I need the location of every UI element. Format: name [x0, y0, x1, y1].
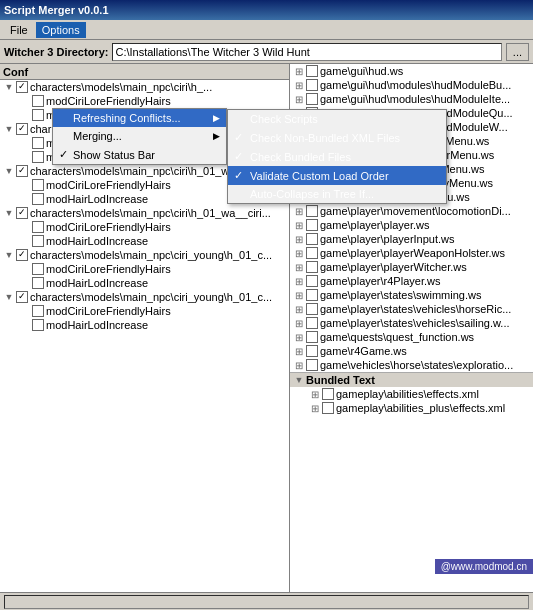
submenu-item-validate-custom[interactable]: ✓Validate Custom Load Order: [228, 166, 446, 185]
tree-expander-icon[interactable]: ⊞: [292, 80, 306, 91]
list-item[interactable]: ⊞game\player\player.ws: [290, 218, 533, 232]
tree-checkbox[interactable]: [32, 319, 44, 331]
menu-options[interactable]: Options: [36, 22, 86, 38]
tree-expander-icon[interactable]: ⊞: [292, 290, 306, 301]
list-item[interactable]: ▼characters\models\main_npc\ciri\h_...: [0, 80, 289, 94]
tree-checkbox[interactable]: [32, 179, 44, 191]
tree-checkbox[interactable]: [16, 81, 28, 93]
list-item[interactable]: ⊞game\player\states\swimming.ws: [290, 288, 533, 302]
list-item[interactable]: ▼Bundled Text: [290, 372, 533, 387]
options-menu-item-merging[interactable]: Merging...▶: [53, 127, 226, 145]
tree-expander-icon[interactable]: ▼: [2, 124, 16, 134]
tree-expander-icon[interactable]: ▼: [2, 208, 16, 218]
tree-expander-icon[interactable]: ⊞: [292, 234, 306, 245]
tree-checkbox[interactable]: [32, 305, 44, 317]
list-item[interactable]: modHairLodIncrease: [0, 276, 289, 290]
tree-checkbox[interactable]: [32, 109, 44, 121]
submenu-item-check-non-bundled[interactable]: ✓Check Non-Bundled XML Files: [228, 128, 446, 147]
list-item[interactable]: modHairLodIncrease: [0, 318, 289, 332]
tree-expander-icon[interactable]: ⊞: [292, 66, 306, 77]
tree-checkbox[interactable]: [306, 79, 318, 91]
tree-checkbox[interactable]: [306, 247, 318, 259]
list-item[interactable]: ⊞game\player\states\vehicles\sailing.w..…: [290, 316, 533, 330]
tree-expander-icon[interactable]: ⊞: [308, 403, 322, 414]
list-item[interactable]: ⊞game\player\movement\locomotionDi...: [290, 204, 533, 218]
list-item[interactable]: ⊞game\player\r4Player.ws: [290, 274, 533, 288]
tree-checkbox[interactable]: [306, 219, 318, 231]
tree-checkbox[interactable]: [306, 261, 318, 273]
list-item[interactable]: modCiriLoreFriendlyHairs: [0, 220, 289, 234]
list-item[interactable]: ⊞game\player\playerWeaponHolster.ws: [290, 246, 533, 260]
tree-checkbox[interactable]: [306, 289, 318, 301]
options-menu-item-refreshing-conflicts[interactable]: Refreshing Conflicts...▶Check Scripts✓Ch…: [53, 109, 226, 127]
tree-checkbox[interactable]: [32, 95, 44, 107]
tree-expander-icon[interactable]: ⊞: [292, 318, 306, 329]
tree-checkbox[interactable]: [32, 151, 44, 163]
list-item[interactable]: ⊞game\player\states\vehicles\horseRic...: [290, 302, 533, 316]
submenu[interactable]: Check Scripts✓Check Non-Bundled XML File…: [227, 109, 447, 204]
list-item[interactable]: ⊞game\quests\quest_function.ws: [290, 330, 533, 344]
tree-checkbox[interactable]: [306, 233, 318, 245]
tree-expander-icon[interactable]: ⊞: [292, 360, 306, 371]
tree-expander-icon[interactable]: ⊞: [292, 346, 306, 357]
tree-checkbox[interactable]: [16, 207, 28, 219]
options-menu-item-show-status-bar[interactable]: ✓Show Status Bar: [53, 145, 226, 164]
tree-checkbox[interactable]: [322, 388, 334, 400]
tree-checkbox[interactable]: [32, 235, 44, 247]
tree-expander-icon[interactable]: ⊞: [292, 94, 306, 105]
tree-expander-icon[interactable]: ▼: [2, 250, 16, 260]
tree-checkbox[interactable]: [16, 123, 28, 135]
tree-checkbox[interactable]: [306, 275, 318, 287]
tree-expander-icon[interactable]: ▼: [292, 375, 306, 385]
browse-button[interactable]: ...: [506, 43, 529, 61]
witcher3-path-input[interactable]: [112, 43, 501, 61]
list-item[interactable]: modCiriLoreFriendlyHairs: [0, 304, 289, 318]
tree-checkbox[interactable]: [306, 93, 318, 105]
list-item[interactable]: ⊞game\gui\hud\modules\hudModuleIte...: [290, 92, 533, 106]
tree-expander-icon[interactable]: ⊞: [308, 389, 322, 400]
options-menu[interactable]: Refreshing Conflicts...▶Check Scripts✓Ch…: [52, 108, 227, 165]
tree-checkbox[interactable]: [32, 221, 44, 233]
tree-checkbox[interactable]: [306, 345, 318, 357]
menu-file[interactable]: File: [4, 22, 34, 38]
tree-checkbox[interactable]: [306, 205, 318, 217]
tree-checkbox[interactable]: [306, 303, 318, 315]
tree-expander-icon[interactable]: ⊞: [292, 220, 306, 231]
list-item[interactable]: ⊞gameplay\abilities\effects.xml: [290, 387, 533, 401]
tree-checkbox[interactable]: [32, 137, 44, 149]
list-item[interactable]: ⊞game\vehicles\horse\states\exploratio..…: [290, 358, 533, 372]
tree-checkbox[interactable]: [32, 277, 44, 289]
list-item[interactable]: ⊞game\r4Game.ws: [290, 344, 533, 358]
tree-expander-icon[interactable]: ▼: [2, 82, 16, 92]
tree-checkbox[interactable]: [32, 263, 44, 275]
submenu-item-auto-collapse[interactable]: Auto-Collapse in Tree If...: [228, 185, 446, 203]
tree-expander-icon[interactable]: ⊞: [292, 206, 306, 217]
list-item[interactable]: modCiriLoreFriendlyHairs: [0, 94, 289, 108]
list-item[interactable]: ⊞gameplay\abilities_plus\effects.xml: [290, 401, 533, 415]
submenu-item-check-scripts[interactable]: Check Scripts: [228, 110, 446, 128]
tree-checkbox[interactable]: [306, 317, 318, 329]
tree-expander-icon[interactable]: ⊞: [292, 248, 306, 259]
tree-expander-icon[interactable]: ⊞: [292, 276, 306, 287]
list-item[interactable]: ⊞game\gui\hud.ws: [290, 64, 533, 78]
tree-checkbox[interactable]: [306, 65, 318, 77]
list-item[interactable]: ⊞game\gui\hud\modules\hudModuleBu...: [290, 78, 533, 92]
tree-expander-icon[interactable]: ▼: [2, 292, 16, 302]
tree-checkbox[interactable]: [16, 291, 28, 303]
list-item[interactable]: ⊞game\player\playerWitcher.ws: [290, 260, 533, 274]
list-item[interactable]: ▼characters\models\main_npc\ciri_young\h…: [0, 248, 289, 262]
tree-checkbox[interactable]: [306, 331, 318, 343]
tree-checkbox[interactable]: [322, 402, 334, 414]
list-item[interactable]: modCiriLoreFriendlyHairs: [0, 262, 289, 276]
submenu-item-check-bundled[interactable]: ✓Check Bundled Files: [228, 147, 446, 166]
tree-checkbox[interactable]: [16, 165, 28, 177]
tree-checkbox[interactable]: [32, 193, 44, 205]
tree-checkbox[interactable]: [306, 359, 318, 371]
list-item[interactable]: ⊞game\player\playerInput.ws: [290, 232, 533, 246]
tree-expander-icon[interactable]: ⊞: [292, 262, 306, 273]
tree-expander-icon[interactable]: ▼: [2, 166, 16, 176]
list-item[interactable]: modHairLodIncrease: [0, 234, 289, 248]
tree-expander-icon[interactable]: ⊞: [292, 332, 306, 343]
tree-expander-icon[interactable]: ⊞: [292, 304, 306, 315]
list-item[interactable]: ▼characters\models\main_npc\ciri\h_01_wa…: [0, 206, 289, 220]
